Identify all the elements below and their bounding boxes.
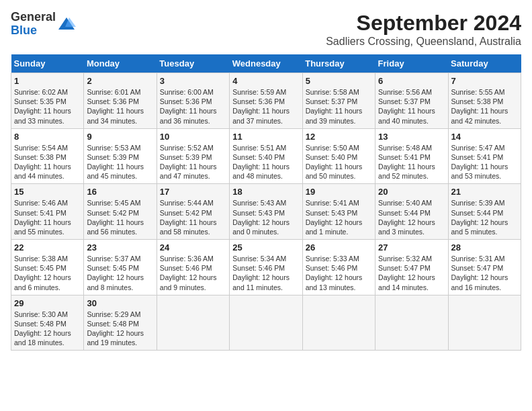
day-number: 26 xyxy=(306,242,372,253)
day-number: 30 xyxy=(87,298,153,308)
calendar-cell: 1Sunrise: 6:02 AM Sunset: 5:35 PM Daylig… xyxy=(11,73,84,129)
calendar-body: 1Sunrise: 6:02 AM Sunset: 5:35 PM Daylig… xyxy=(11,73,521,351)
day-number: 14 xyxy=(451,132,518,142)
calendar-cell: 19Sunrise: 5:41 AM Sunset: 5:43 PM Dayli… xyxy=(302,184,375,240)
day-number: 16 xyxy=(87,187,153,197)
day-info: Sunrise: 6:00 AM Sunset: 5:36 PM Dayligh… xyxy=(160,87,226,126)
day-number: 6 xyxy=(378,76,445,86)
weekday-header-saturday: Saturday xyxy=(448,54,521,73)
calendar-week-4: 22Sunrise: 5:38 AM Sunset: 5:45 PM Dayli… xyxy=(11,240,521,295)
day-info: Sunrise: 5:50 AM Sunset: 5:40 PM Dayligh… xyxy=(306,143,372,181)
day-info: Sunrise: 5:53 AM Sunset: 5:39 PM Dayligh… xyxy=(87,143,153,181)
calendar-cell: 20Sunrise: 5:40 AM Sunset: 5:44 PM Dayli… xyxy=(375,184,448,240)
calendar-cell xyxy=(157,295,229,351)
day-number: 13 xyxy=(378,132,445,142)
day-number: 3 xyxy=(160,76,226,86)
day-number: 28 xyxy=(451,242,518,253)
calendar-cell: 25Sunrise: 5:34 AM Sunset: 5:46 PM Dayli… xyxy=(230,240,302,295)
day-number: 17 xyxy=(160,187,226,197)
calendar-cell: 4Sunrise: 5:59 AM Sunset: 5:36 PM Daylig… xyxy=(230,73,302,129)
weekday-header-thursday: Thursday xyxy=(302,54,375,73)
weekday-header-wednesday: Wednesday xyxy=(230,54,302,73)
day-info: Sunrise: 5:37 AM Sunset: 5:45 PM Dayligh… xyxy=(87,254,153,292)
day-number: 10 xyxy=(160,132,226,142)
day-number: 27 xyxy=(378,242,445,253)
calendar-cell: 3Sunrise: 6:00 AM Sunset: 5:36 PM Daylig… xyxy=(157,73,229,129)
day-number: 2 xyxy=(87,76,153,86)
day-number: 8 xyxy=(14,132,81,142)
day-number: 21 xyxy=(451,187,518,197)
calendar-cell: 12Sunrise: 5:50 AM Sunset: 5:40 PM Dayli… xyxy=(302,128,375,184)
weekday-header-row: SundayMondayTuesdayWednesdayThursdayFrid… xyxy=(11,54,521,73)
calendar-week-3: 15Sunrise: 5:46 AM Sunset: 5:41 PM Dayli… xyxy=(11,184,521,240)
day-info: Sunrise: 5:45 AM Sunset: 5:42 PM Dayligh… xyxy=(87,198,153,236)
day-info: Sunrise: 5:33 AM Sunset: 5:46 PM Dayligh… xyxy=(306,254,372,292)
weekday-header-sunday: Sunday xyxy=(11,54,84,73)
calendar-cell xyxy=(230,295,302,351)
day-number: 29 xyxy=(14,298,81,308)
weekday-header-friday: Friday xyxy=(375,54,448,73)
calendar-cell: 17Sunrise: 5:44 AM Sunset: 5:42 PM Dayli… xyxy=(157,184,229,240)
calendar-cell: 26Sunrise: 5:33 AM Sunset: 5:46 PM Dayli… xyxy=(302,240,375,295)
page-subtitle: Sadliers Crossing, Queensland, Australia xyxy=(326,36,521,48)
calendar-cell: 14Sunrise: 5:47 AM Sunset: 5:41 PM Dayli… xyxy=(448,128,521,184)
logo-icon xyxy=(57,15,76,34)
day-number: 4 xyxy=(232,76,299,86)
calendar-cell: 24Sunrise: 5:36 AM Sunset: 5:46 PM Dayli… xyxy=(157,240,229,295)
day-info: Sunrise: 5:41 AM Sunset: 5:43 PM Dayligh… xyxy=(306,198,372,236)
day-info: Sunrise: 5:38 AM Sunset: 5:45 PM Dayligh… xyxy=(14,254,81,292)
day-number: 24 xyxy=(160,242,226,253)
day-number: 23 xyxy=(87,242,153,253)
logo-general-text: General Blue xyxy=(11,11,56,38)
day-info: Sunrise: 5:34 AM Sunset: 5:46 PM Dayligh… xyxy=(232,254,299,292)
day-number: 7 xyxy=(451,76,518,86)
day-info: Sunrise: 5:46 AM Sunset: 5:41 PM Dayligh… xyxy=(14,198,81,236)
calendar-cell: 29Sunrise: 5:30 AM Sunset: 5:48 PM Dayli… xyxy=(11,295,84,351)
day-number: 15 xyxy=(14,187,81,197)
day-info: Sunrise: 5:30 AM Sunset: 5:48 PM Dayligh… xyxy=(14,310,81,348)
day-info: Sunrise: 5:58 AM Sunset: 5:37 PM Dayligh… xyxy=(306,87,372,126)
day-info: Sunrise: 5:52 AM Sunset: 5:39 PM Dayligh… xyxy=(160,143,226,181)
calendar-cell: 27Sunrise: 5:32 AM Sunset: 5:47 PM Dayli… xyxy=(375,240,448,295)
calendar-cell: 13Sunrise: 5:48 AM Sunset: 5:41 PM Dayli… xyxy=(375,128,448,184)
calendar-table: SundayMondayTuesdayWednesdayThursdayFrid… xyxy=(11,54,521,351)
day-info: Sunrise: 5:44 AM Sunset: 5:42 PM Dayligh… xyxy=(160,198,226,236)
page-title: September 2024 xyxy=(326,11,521,36)
weekday-header-monday: Monday xyxy=(84,54,157,73)
calendar-cell: 5Sunrise: 5:58 AM Sunset: 5:37 PM Daylig… xyxy=(302,73,375,129)
day-info: Sunrise: 5:43 AM Sunset: 5:43 PM Dayligh… xyxy=(232,198,299,236)
day-info: Sunrise: 5:55 AM Sunset: 5:38 PM Dayligh… xyxy=(451,87,518,126)
calendar-week-5: 29Sunrise: 5:30 AM Sunset: 5:48 PM Dayli… xyxy=(11,295,521,351)
calendar-cell: 6Sunrise: 5:56 AM Sunset: 5:37 PM Daylig… xyxy=(375,73,448,129)
day-number: 22 xyxy=(14,242,81,253)
calendar-cell: 7Sunrise: 5:55 AM Sunset: 5:38 PM Daylig… xyxy=(448,73,521,129)
day-info: Sunrise: 5:29 AM Sunset: 5:48 PM Dayligh… xyxy=(87,310,153,348)
logo: General Blue xyxy=(11,11,76,38)
day-info: Sunrise: 5:51 AM Sunset: 5:40 PM Dayligh… xyxy=(232,143,299,181)
day-info: Sunrise: 5:47 AM Sunset: 5:41 PM Dayligh… xyxy=(451,143,518,181)
calendar-cell: 28Sunrise: 5:31 AM Sunset: 5:47 PM Dayli… xyxy=(448,240,521,295)
calendar-cell: 18Sunrise: 5:43 AM Sunset: 5:43 PM Dayli… xyxy=(230,184,302,240)
calendar-cell: 8Sunrise: 5:54 AM Sunset: 5:38 PM Daylig… xyxy=(11,128,84,184)
calendar-cell: 10Sunrise: 5:52 AM Sunset: 5:39 PM Dayli… xyxy=(157,128,229,184)
day-info: Sunrise: 5:36 AM Sunset: 5:46 PM Dayligh… xyxy=(160,254,226,292)
day-info: Sunrise: 5:59 AM Sunset: 5:36 PM Dayligh… xyxy=(232,87,299,126)
day-number: 11 xyxy=(232,132,299,142)
day-info: Sunrise: 5:56 AM Sunset: 5:37 PM Dayligh… xyxy=(378,87,445,126)
day-number: 5 xyxy=(306,76,372,86)
calendar-cell: 15Sunrise: 5:46 AM Sunset: 5:41 PM Dayli… xyxy=(11,184,84,240)
calendar-cell: 16Sunrise: 5:45 AM Sunset: 5:42 PM Dayli… xyxy=(84,184,157,240)
day-number: 25 xyxy=(232,242,299,253)
day-info: Sunrise: 5:31 AM Sunset: 5:47 PM Dayligh… xyxy=(451,254,518,292)
calendar-cell: 21Sunrise: 5:39 AM Sunset: 5:44 PM Dayli… xyxy=(448,184,521,240)
day-info: Sunrise: 5:54 AM Sunset: 5:38 PM Dayligh… xyxy=(14,143,81,181)
calendar-cell: 23Sunrise: 5:37 AM Sunset: 5:45 PM Dayli… xyxy=(84,240,157,295)
calendar-week-2: 8Sunrise: 5:54 AM Sunset: 5:38 PM Daylig… xyxy=(11,128,521,184)
day-info: Sunrise: 5:39 AM Sunset: 5:44 PM Dayligh… xyxy=(451,198,518,236)
day-number: 19 xyxy=(306,187,372,197)
day-number: 20 xyxy=(378,187,445,197)
calendar-cell: 11Sunrise: 5:51 AM Sunset: 5:40 PM Dayli… xyxy=(230,128,302,184)
day-info: Sunrise: 5:48 AM Sunset: 5:41 PM Dayligh… xyxy=(378,143,445,181)
weekday-header-tuesday: Tuesday xyxy=(157,54,229,73)
day-info: Sunrise: 6:01 AM Sunset: 5:36 PM Dayligh… xyxy=(87,87,153,126)
